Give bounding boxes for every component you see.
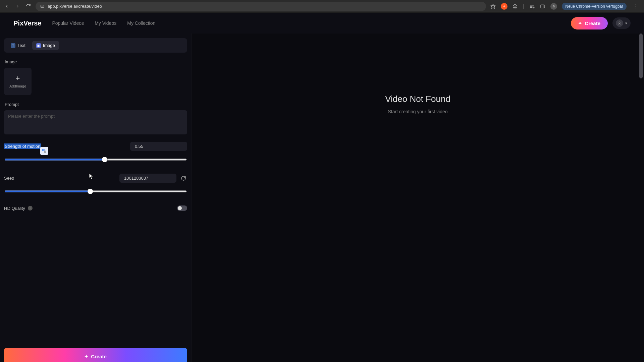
seed-value[interactable]: 1001283037 — [119, 174, 176, 183]
nav-my-videos[interactable]: My Videos — [95, 20, 116, 26]
text-tab-icon: T — [11, 43, 15, 48]
hd-label: HD Quality — [4, 206, 25, 211]
tab-text[interactable]: T Text — [7, 41, 30, 50]
profile-avatar[interactable]: a — [550, 3, 557, 10]
reload-button[interactable] — [25, 3, 32, 10]
star-icon[interactable] — [490, 3, 496, 9]
create-button[interactable]: ✦ Create — [571, 17, 608, 29]
seed-label: Seed — [4, 176, 14, 181]
update-chip[interactable]: Neue Chrome-Version verfügbar — [562, 3, 627, 10]
plus-icon: + — [16, 75, 20, 82]
svg-point-10 — [619, 22, 620, 23]
empty-subtitle: Start creating your first video — [385, 109, 450, 114]
mode-tabs: T Text ▣ Image — [4, 38, 187, 53]
prompt-input[interactable]: Please enter the prompt — [4, 110, 187, 134]
prompt-section-label: Prompt — [5, 102, 187, 107]
strength-value[interactable]: 0.55 — [130, 142, 187, 151]
info-icon[interactable]: i — [28, 206, 33, 210]
address-bar[interactable]: app.pixverse.ai/create/video — [36, 2, 486, 11]
empty-title: Video Not Found — [385, 94, 450, 104]
sidebar: T Text ▣ Image Image + AddImage Prompt P… — [0, 34, 191, 362]
image-section-label: Image — [5, 59, 187, 64]
add-image-button[interactable]: + AddImage — [4, 68, 32, 95]
strength-label: Strength of motion — [4, 143, 41, 149]
nav-popular-videos[interactable]: Popular Videos — [52, 20, 84, 26]
site-settings-icon[interactable] — [40, 4, 45, 9]
kebab-menu-icon[interactable]: ⋮ — [631, 3, 641, 9]
svg-rect-8 — [541, 5, 545, 8]
translate-icon[interactable]: 文A — [40, 147, 48, 155]
seed-slider-thumb[interactable] — [88, 189, 93, 194]
create-video-button[interactable]: ✦ Create — [4, 348, 187, 362]
url-text: app.pixverse.ai/create/video — [48, 4, 102, 9]
extensions-icon[interactable] — [512, 3, 518, 9]
logo[interactable]: PixVerse — [13, 19, 41, 27]
back-button[interactable] — [3, 3, 10, 10]
scrollbar-thumb[interactable] — [639, 34, 643, 78]
strength-slider-thumb[interactable] — [102, 157, 107, 162]
sparkle-icon: ✦ — [85, 354, 88, 359]
seed-refresh-button[interactable] — [180, 175, 187, 182]
scrollbar[interactable] — [639, 34, 643, 362]
strength-slider[interactable] — [5, 157, 186, 162]
svg-marker-7 — [533, 7, 534, 8]
panel-icon[interactable] — [540, 3, 546, 9]
forward-button[interactable] — [14, 3, 21, 10]
browser-toolbar: app.pixverse.ai/create/video + | a Neue … — [0, 0, 644, 13]
svg-rect-0 — [41, 5, 44, 7]
seed-slider[interactable] — [5, 189, 186, 194]
nav-my-collection[interactable]: My Collection — [127, 20, 155, 26]
sparkle-icon: ✦ — [578, 21, 582, 26]
chevron-down-icon: ▾ — [625, 21, 627, 25]
user-avatar-icon — [616, 19, 623, 27]
hd-toggle[interactable] — [177, 205, 187, 211]
content-area: Video Not Found Start creating your firs… — [191, 34, 644, 362]
user-menu[interactable]: ▾ — [612, 17, 631, 29]
app-header: PixVerse Popular Videos My Videos My Col… — [0, 13, 644, 34]
tab-image[interactable]: ▣ Image — [32, 41, 59, 50]
svg-marker-3 — [491, 4, 495, 8]
playlist-icon[interactable] — [529, 3, 535, 9]
svg-text:A: A — [45, 151, 46, 153]
image-tab-icon: ▣ — [36, 43, 41, 48]
svg-text:文: 文 — [43, 149, 44, 151]
extension-badge[interactable]: + — [501, 3, 507, 10]
